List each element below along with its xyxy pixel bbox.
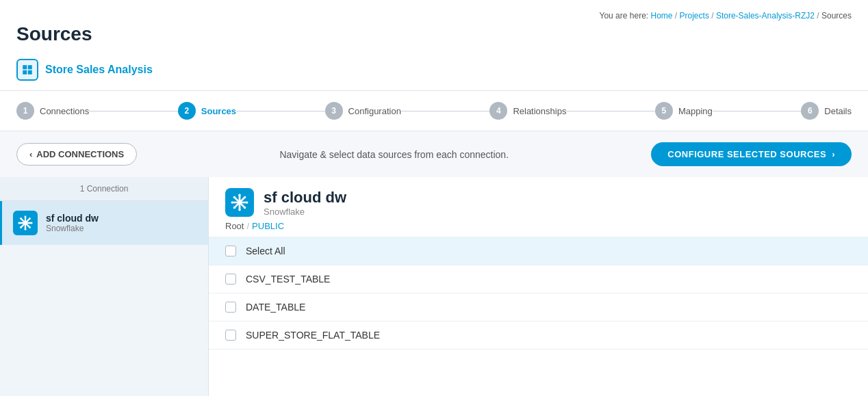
- step-sources[interactable]: 2 Sources: [178, 102, 236, 120]
- breadcrumb: You are here: Home / Projects / Store-Sa…: [16, 11, 852, 23]
- step-label-relationships: Relationships: [513, 106, 566, 116]
- sidebar-item-sf-cloud-dw[interactable]: sf cloud dw Snowflake: [0, 201, 208, 245]
- step-line-2: [236, 111, 324, 111]
- svg-point-22: [231, 201, 233, 203]
- table-row-super-store[interactable]: SUPER_STORE_FLAT_TABLE: [209, 321, 868, 349]
- source-header: sf cloud dw Snowflake Root / PUBLIC: [209, 177, 868, 237]
- project-row: Store Sales Analysis: [16, 52, 852, 90]
- table-name-csv: CSV_TEST_TABLE: [246, 274, 330, 285]
- table-name-super-store: SUPER_STORE_FLAT_TABLE: [246, 330, 380, 341]
- action-bar-instructions: Navigate & select data sources from each…: [279, 149, 509, 160]
- source-connection-type: Snowflake: [264, 207, 346, 217]
- step-line-3: [401, 111, 489, 111]
- action-bar: ‹ ADD CONNECTIONS Navigate & select data…: [0, 131, 868, 177]
- connections-sidebar: 1 Connection sf: [0, 177, 209, 396]
- chevron-left-icon: ‹: [29, 149, 32, 159]
- source-panel: sf cloud dw Snowflake Root / PUBLIC Sele…: [209, 177, 868, 396]
- step-circle-4: 4: [489, 102, 507, 120]
- sidebar-connection-type: Snowflake: [46, 224, 99, 233]
- source-snowflake-icon: [225, 188, 254, 217]
- table-row-date[interactable]: DATE_TABLE: [209, 293, 868, 321]
- page-header: You are here: Home / Projects / Store-Sa…: [0, 0, 868, 91]
- step-configuration[interactable]: 3 Configuration: [325, 102, 401, 120]
- step-circle-1: 1: [16, 102, 34, 120]
- svg-point-8: [25, 215, 27, 217]
- source-breadcrumb-root: Root: [225, 221, 244, 231]
- checkbox-csv[interactable]: [225, 274, 236, 285]
- configure-label: CONFIGURE SELECTED SOURCES: [667, 149, 826, 159]
- step-circle-6: 6: [801, 102, 819, 120]
- svg-point-24: [233, 196, 235, 198]
- breadcrumb-projects[interactable]: Projects: [680, 11, 709, 21]
- project-name: Store Sales Analysis: [45, 64, 153, 76]
- svg-point-20: [238, 194, 240, 196]
- breadcrumb-project[interactable]: Store-Sales-Analysis-RZJ2: [716, 11, 815, 21]
- sidebar-item-info: sf cloud dw Snowflake: [46, 213, 99, 233]
- main-content: 1 Connection sf: [0, 177, 868, 396]
- svg-point-11: [31, 222, 33, 224]
- step-circle-5: 5: [655, 102, 673, 120]
- checkbox-date[interactable]: [225, 302, 236, 313]
- svg-point-10: [18, 222, 20, 224]
- configure-sources-button[interactable]: CONFIGURE SELECTED SOURCES ›: [651, 142, 852, 166]
- table-row-select-all[interactable]: Select All: [209, 237, 868, 265]
- source-title-info: sf cloud dw Snowflake: [264, 189, 346, 217]
- table-list: Select All CSV_TEST_TABLE DATE_TABLE SUP…: [209, 237, 868, 349]
- step-label-configuration: Configuration: [348, 106, 401, 116]
- svg-point-21: [238, 209, 240, 211]
- step-line-1: [89, 111, 177, 111]
- svg-point-9: [25, 228, 27, 230]
- step-mapping[interactable]: 5 Mapping: [655, 102, 713, 120]
- step-label-sources: Sources: [201, 106, 236, 116]
- step-circle-3: 3: [325, 102, 343, 120]
- svg-point-25: [244, 207, 246, 209]
- source-title-row: sf cloud dw Snowflake: [225, 188, 852, 217]
- breadcrumb-home[interactable]: Home: [651, 11, 673, 21]
- table-row-csv[interactable]: CSV_TEST_TABLE: [209, 265, 868, 293]
- svg-rect-2: [23, 70, 27, 75]
- source-breadcrumb-sep: /: [246, 221, 249, 231]
- breadcrumb-current: Sources: [821, 11, 852, 21]
- svg-rect-3: [28, 70, 32, 75]
- step-details[interactable]: 6 Details: [801, 102, 852, 120]
- grid-icon: [21, 64, 34, 76]
- svg-point-14: [29, 217, 31, 220]
- source-snowflake-svg: [231, 194, 248, 211]
- sidebar-connection-name: sf cloud dw: [46, 213, 99, 224]
- svg-point-15: [20, 226, 22, 228]
- table-name-date: DATE_TABLE: [246, 302, 305, 313]
- add-connections-label: ADD CONNECTIONS: [36, 149, 124, 159]
- step-label-details: Details: [824, 106, 852, 116]
- checkbox-super-store[interactable]: [225, 330, 236, 341]
- project-icon: [16, 59, 38, 81]
- step-line-4: [566, 111, 654, 111]
- svg-point-12: [20, 217, 22, 220]
- step-relationships[interactable]: 4 Relationships: [489, 102, 566, 120]
- snowflake-icon: [13, 211, 38, 235]
- snowflake-svg: [18, 215, 33, 230]
- svg-point-23: [246, 201, 248, 203]
- svg-rect-1: [28, 65, 32, 69]
- source-breadcrumb: Root / PUBLIC: [225, 221, 852, 231]
- checkbox-select-all[interactable]: [225, 246, 236, 256]
- step-circle-2: 2: [178, 102, 196, 120]
- step-line-5: [713, 111, 801, 111]
- step-label-mapping: Mapping: [678, 106, 713, 116]
- source-connection-name: sf cloud dw: [264, 189, 346, 207]
- page-title: Sources: [16, 23, 852, 45]
- sidebar-header: 1 Connection: [0, 177, 208, 201]
- svg-point-26: [244, 196, 246, 198]
- svg-rect-0: [23, 65, 27, 69]
- breadcrumb-prefix: You are here:: [600, 11, 649, 21]
- step-connections[interactable]: 1 Connections: [16, 102, 89, 120]
- stepper-bar: 1 Connections 2 Sources 3 Configuration …: [0, 91, 868, 131]
- step-label-connections: Connections: [40, 106, 89, 116]
- chevron-right-icon: ›: [832, 149, 835, 159]
- svg-point-13: [29, 226, 31, 228]
- add-connections-button[interactable]: ‹ ADD CONNECTIONS: [16, 143, 137, 166]
- source-breadcrumb-current[interactable]: PUBLIC: [252, 221, 284, 231]
- table-name-select-all: Select All: [246, 246, 285, 256]
- svg-point-27: [233, 207, 235, 209]
